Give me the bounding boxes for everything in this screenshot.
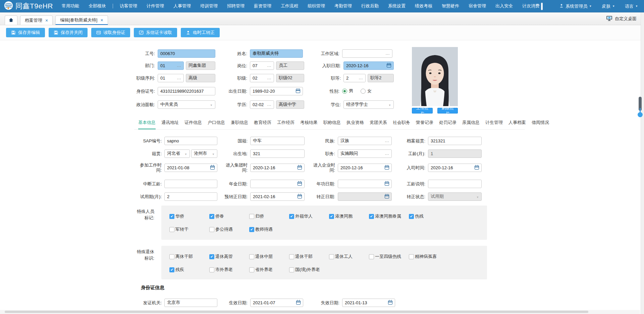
delete-photo-button[interactable]: 删除照片 [437, 108, 458, 114]
language-menu[interactable]: 语言 ▼ [625, 3, 638, 9]
checkbox-civil-treatment[interactable]: 参公待遇 [209, 226, 249, 232]
file-native-input[interactable] [428, 137, 482, 145]
ethnic-field[interactable] [340, 138, 383, 143]
work-start-field[interactable] [167, 165, 210, 170]
tab-assessment[interactable]: 考核结果 [300, 120, 318, 129]
nav-item-workflow[interactable]: 工作流程 [281, 3, 298, 9]
checkbox-abroad-pension[interactable]: 国(境)外养老 [289, 267, 333, 273]
calendar-icon[interactable] [387, 63, 391, 68]
read-id-card-button[interactable]: 读取身份证 [91, 28, 130, 37]
enterprise-date-input[interactable] [338, 164, 392, 172]
user-menu[interactable]: 系统管理员 ▼ [559, 3, 592, 9]
nationality-input[interactable] [250, 137, 305, 145]
entry-date-field[interactable] [431, 165, 475, 170]
checkbox-province-pension[interactable]: 省外养老 [249, 267, 289, 273]
checkbox-grade-disability[interactable]: 一至四级伤残 [369, 254, 409, 260]
calendar-icon[interactable] [298, 194, 302, 198]
tab-family-planning[interactable]: 计生管理 [485, 120, 503, 129]
close-icon[interactable]: × [45, 18, 48, 23]
checkbox-canji[interactable]: 残疾 [169, 267, 209, 273]
lookup-icon[interactable] [267, 64, 271, 66]
nav-item-admin[interactable]: 行政后勤 [361, 3, 379, 9]
lookup-icon[interactable] [177, 77, 181, 79]
checkbox-huaqiao[interactable]: 华侨 [169, 213, 209, 219]
lookup-icon[interactable] [267, 77, 271, 79]
checkbox-qiaojuan[interactable]: 侨眷 [209, 213, 249, 219]
lookup-icon[interactable] [385, 52, 390, 54]
tab-hr-archive[interactable]: 人事档案 [508, 120, 526, 129]
horizontal-scrollbar-thumb[interactable] [5, 311, 588, 313]
checkbox-hk-macau-family[interactable]: 港澳同胞眷属 [369, 213, 409, 219]
checkbox-retired-cadre[interactable]: 退休干部 [289, 254, 329, 260]
nav-item-common[interactable]: 常用功能 [62, 3, 79, 9]
gender-female-radio[interactable] [361, 89, 366, 94]
calendar-icon[interactable] [298, 166, 302, 170]
calendar-icon[interactable] [296, 89, 300, 93]
nav-item-dormitory[interactable]: 宿舍管理 [469, 3, 486, 9]
tab-home[interactable] [5, 15, 17, 25]
expiry-date-field[interactable] [345, 300, 388, 305]
calendar-icon[interactable] [385, 182, 389, 186]
annuity-date-input[interactable] [250, 180, 305, 188]
expiry-date-input[interactable] [342, 299, 395, 307]
checkbox-lixiu-cadre[interactable]: 离休干部 [169, 254, 209, 260]
tab-parttime[interactable]: 兼职信息 [231, 120, 248, 129]
birth-place-input[interactable] [250, 149, 305, 158]
native-province-select[interactable]: 河北省 [164, 149, 190, 158]
birth-date-input[interactable] [250, 87, 303, 95]
post-code-input[interactable] [250, 61, 274, 70]
vertical-scrollbar-track[interactable] [641, 12, 644, 314]
pre-regular-field[interactable] [253, 194, 298, 199]
rank-code-input[interactable] [250, 74, 274, 82]
group-date-field[interactable] [253, 165, 298, 170]
checkbox-military-transfer[interactable]: 军转干 [169, 226, 209, 232]
nav-item-performance[interactable]: 绩效考核 [415, 3, 432, 9]
lookup-icon[interactable] [385, 152, 389, 154]
calendar-icon[interactable] [296, 301, 301, 305]
probation-input[interactable] [164, 192, 217, 201]
tab-punishment[interactable]: 处罚记录 [439, 120, 457, 129]
checkbox-retired-worker[interactable]: 退休工人 [329, 254, 369, 260]
hire-date-field[interactable] [346, 63, 387, 68]
dept-code-input[interactable] [158, 61, 184, 70]
tab-party[interactable]: 党团关系 [370, 120, 387, 129]
checkbox-foreign-chinese[interactable]: 外籍华人 [289, 213, 329, 219]
nav-item-visitor[interactable]: 访客管理 [120, 3, 137, 9]
edu-code-input[interactable] [250, 100, 274, 109]
checkbox-mental-widowed[interactable]: 精神病孤寡 [409, 254, 452, 260]
dept-code-field[interactable] [160, 63, 175, 68]
annuity-date-field[interactable] [253, 181, 298, 186]
nav-item-piecework[interactable]: 计件管理 [147, 3, 164, 9]
customize-desktop-button[interactable]: 自定义桌面 [606, 15, 637, 22]
ethnic-input[interactable] [338, 137, 392, 145]
birth-date-field[interactable] [253, 89, 296, 94]
tab-social-post[interactable]: 社会职务 [393, 120, 410, 129]
rank-code-field[interactable] [253, 76, 265, 81]
close-icon[interactable]: × [100, 18, 103, 23]
nav-scroll-indicator[interactable] [541, 3, 543, 10]
enterprise-date-field[interactable] [340, 165, 385, 170]
nav-item-attendance[interactable]: 考勤管理 [334, 3, 352, 9]
nav-item-access[interactable]: 出入安全 [495, 3, 513, 9]
nav-item-hardware[interactable]: 智慧硬件 [442, 3, 459, 9]
emp-no-input[interactable] [158, 49, 215, 58]
issuer-input[interactable] [164, 299, 217, 307]
nav-item-all-modules[interactable]: 全部模块 [89, 3, 106, 9]
tab-contact-address[interactable]: 通讯地址 [161, 120, 179, 129]
checkbox-hk-macau[interactable]: 港澳同胞 [329, 213, 369, 219]
tab-borrowing[interactable]: 借阅情况 [532, 120, 549, 129]
work-start-input[interactable] [164, 164, 217, 172]
work-area-input[interactable] [342, 49, 392, 58]
skin-menu[interactable]: 皮肤 ▼ [602, 3, 615, 9]
lookup-icon[interactable] [359, 77, 363, 79]
native-city-select[interactable]: 沧州市 [191, 149, 217, 158]
save-and-close-button[interactable]: 保存并关闭 [49, 28, 88, 37]
tab-education[interactable]: 教育经历 [254, 120, 271, 129]
group-date-input[interactable] [250, 164, 305, 172]
grade-code-field[interactable] [346, 76, 357, 81]
break-seniority-input[interactable] [164, 180, 217, 188]
edu-code-field[interactable] [253, 102, 265, 107]
gender-male-radio[interactable] [342, 89, 347, 94]
nav-item-training[interactable]: 培训管理 [200, 3, 218, 9]
pre-regular-input[interactable] [250, 192, 305, 201]
